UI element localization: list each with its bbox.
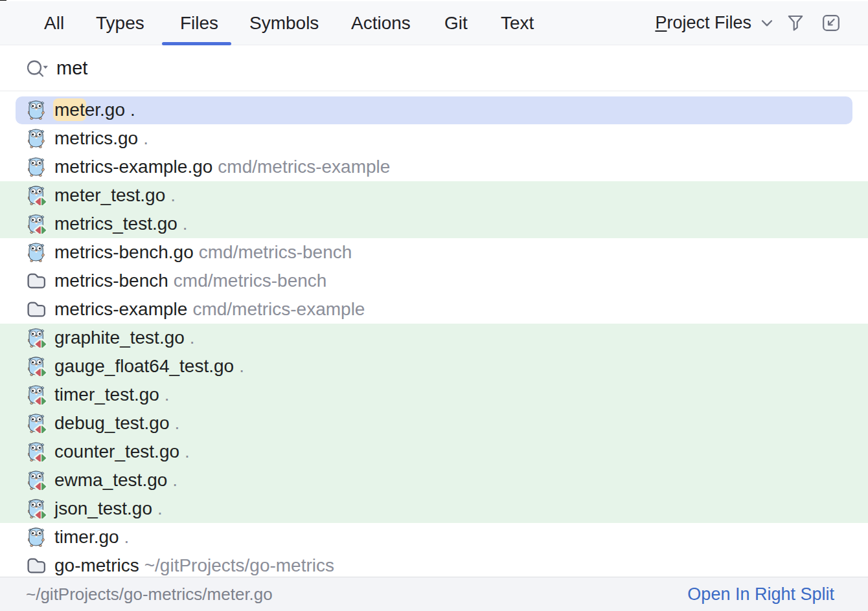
result-filename: json_test.go — [54, 498, 152, 519]
result-path: . — [185, 441, 190, 462]
search-bar — [0, 46, 868, 91]
tab-text[interactable]: Text — [501, 1, 534, 45]
result-row-meter.go[interactable]: meter.go. — [0, 96, 868, 124]
go-file-icon — [29, 100, 54, 120]
tab-files[interactable]: Files — [180, 1, 218, 45]
go-test-file-icon — [29, 414, 54, 433]
result-row-graphite_test.go[interactable]: graphite_test.go. — [0, 324, 868, 352]
result-filename: gauge_float64_test.go — [54, 356, 234, 377]
result-path: . — [165, 384, 170, 405]
result-path: cmd/metrics-example — [218, 157, 390, 177]
folder-icon — [29, 558, 54, 573]
result-filename: metrics.go — [54, 128, 138, 149]
result-path: ~/gitProjects/go-metrics — [144, 555, 334, 576]
result-path: . — [170, 185, 176, 206]
go-test-file-icon — [29, 214, 54, 234]
result-filename: metrics-bench — [54, 271, 168, 291]
results-list: meter.go.metrics.go.metrics-example.gocm… — [0, 91, 868, 577]
result-path: cmd/metrics-bench — [174, 271, 327, 291]
tab-symbols[interactable]: Symbols — [249, 1, 319, 45]
result-path: . — [183, 214, 188, 234]
go-file-icon — [29, 129, 54, 148]
go-test-file-icon — [29, 328, 54, 348]
result-row-meter_test.go[interactable]: meter_test.go. — [0, 181, 868, 210]
result-path: . — [143, 128, 148, 149]
result-row-metrics-example.go[interactable]: metrics-example.gocmd/metrics-example — [0, 153, 868, 181]
filter-icon[interactable] — [788, 15, 803, 32]
go-test-file-icon — [29, 385, 54, 405]
result-filename: meter_test.go — [54, 185, 165, 206]
tab-actions[interactable]: Actions — [351, 1, 411, 45]
open-in-right-split-link[interactable]: Open In Right Split — [687, 584, 834, 605]
result-path: . — [130, 100, 135, 120]
result-row-metrics.go[interactable]: metrics.go. — [0, 124, 868, 153]
go-test-file-icon — [29, 499, 54, 518]
result-filename: metrics-bench.go — [54, 242, 194, 263]
search-icon[interactable] — [27, 59, 52, 78]
match-highlight: met — [53, 98, 86, 121]
result-filename: debug_test.go — [54, 413, 170, 434]
result-row-gauge_float64_test.go[interactable]: gauge_float64_test.go. — [0, 352, 868, 381]
go-file-icon — [29, 528, 54, 547]
go-test-file-icon — [29, 471, 54, 490]
result-row-json_test.go[interactable]: json_test.go. — [0, 494, 868, 523]
result-filename: timer_test.go — [54, 384, 159, 405]
result-row-ewma_test.go[interactable]: ewma_test.go. — [0, 466, 868, 494]
result-path: cmd/metrics-example — [192, 299, 365, 320]
result-filename: counter_test.go — [54, 441, 179, 462]
footer-bar: ~/gitProjects/go-metrics/meter.go Open I… — [0, 577, 868, 611]
result-row-timer_test.go[interactable]: timer_test.go. — [0, 381, 868, 409]
result-row-debug_test.go[interactable]: debug_test.go. — [0, 409, 868, 438]
result-path: . — [124, 527, 130, 548]
search-everywhere-tabbar: AllTypesFilesSymbolsActionsGitText Proje… — [0, 1, 868, 45]
result-path: . — [172, 470, 177, 491]
screenshot-artifact — [0, 0, 6, 1]
result-filename: metrics-example — [54, 299, 187, 320]
result-filename: go-metrics — [54, 555, 139, 576]
result-filename: timer.go — [54, 527, 119, 548]
result-filename: ewma_test.go — [54, 470, 167, 491]
go-test-file-icon — [29, 442, 54, 461]
go-file-icon — [29, 157, 54, 177]
result-row-timer.go[interactable]: timer.go. — [0, 523, 868, 551]
chevron-down-icon[interactable] — [761, 19, 773, 27]
result-filename: metrics-example.go — [54, 157, 212, 177]
tab-types[interactable]: Types — [96, 1, 144, 45]
open-in-find-window-icon[interactable] — [823, 15, 839, 31]
result-row-counter_test.go[interactable]: counter_test.go. — [0, 438, 868, 466]
folder-icon — [29, 302, 54, 317]
tab-git[interactable]: Git — [444, 1, 468, 45]
result-filename: meter.go — [54, 100, 125, 120]
result-row-metrics-example[interactable]: metrics-examplecmd/metrics-example — [0, 295, 868, 324]
result-path: . — [239, 356, 244, 377]
selected-file-path: ~/gitProjects/go-metrics/meter.go — [26, 584, 273, 605]
search-input[interactable] — [56, 46, 769, 91]
result-row-go-metrics[interactable]: go-metrics~/gitProjects/go-metrics — [0, 551, 868, 577]
folder-icon — [29, 273, 54, 289]
result-row-metrics_test.go[interactable]: metrics_test.go. — [0, 210, 868, 238]
result-filename: graphite_test.go — [54, 328, 185, 348]
go-file-icon — [29, 243, 54, 262]
result-filename: metrics_test.go — [54, 214, 177, 234]
go-test-file-icon — [29, 186, 54, 205]
result-path: . — [175, 413, 180, 434]
result-path: cmd/metrics-bench — [199, 242, 352, 263]
go-test-file-icon — [29, 357, 54, 376]
tab-all[interactable]: All — [44, 1, 64, 45]
result-path: . — [190, 328, 195, 348]
scope-selector[interactable]: Project Files — [655, 13, 751, 33]
result-row-metrics-bench[interactable]: metrics-benchcmd/metrics-bench — [0, 267, 868, 295]
result-path: . — [157, 498, 163, 519]
result-row-metrics-bench.go[interactable]: metrics-bench.gocmd/metrics-bench — [0, 238, 868, 267]
toolbar-controls: Project Files — [655, 1, 868, 45]
